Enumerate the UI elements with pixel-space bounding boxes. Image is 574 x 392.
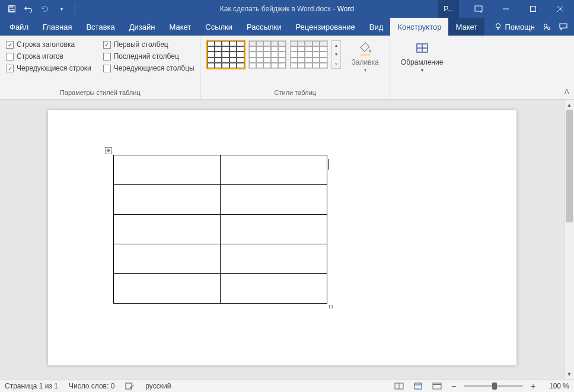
ribbon-display-options-button[interactable] xyxy=(465,0,492,18)
checkbox-icon xyxy=(6,41,14,49)
status-page[interactable]: Страница 1 из 1 xyxy=(5,382,58,390)
view-print-layout-button[interactable] xyxy=(412,381,425,391)
tab-mailings[interactable]: Рассылки xyxy=(240,18,288,36)
share-button[interactable] xyxy=(542,22,551,31)
comments-button[interactable] xyxy=(559,22,568,31)
scroll-track[interactable] xyxy=(565,110,574,369)
checkbox-icon xyxy=(103,53,111,60)
svg-rect-18 xyxy=(414,383,422,389)
tab-insert[interactable]: Вставка xyxy=(79,18,122,36)
table-style-gallery[interactable]: ▴▾▿ xyxy=(207,38,341,69)
tab-view[interactable]: Вид xyxy=(362,18,391,36)
chk-total-row[interactable]: Строка итогов xyxy=(6,52,91,60)
zoom-out-button[interactable]: − xyxy=(449,381,458,391)
chk-first-col[interactable]: Первый столбец xyxy=(103,40,194,49)
zoom-level[interactable]: 100 % xyxy=(543,382,569,390)
table-cell[interactable] xyxy=(220,155,327,185)
tell-me-button[interactable]: Помощн xyxy=(494,23,535,31)
svg-point-9 xyxy=(544,24,547,27)
ribbon-tabs-right: Помощн xyxy=(494,18,574,36)
scroll-thumb[interactable] xyxy=(566,110,573,222)
maximize-button[interactable] xyxy=(519,0,547,18)
quick-access-toolbar: ▾ xyxy=(0,3,78,15)
window-title: Как сделать бейджик в Word.docx - Word xyxy=(220,5,354,13)
text-caret xyxy=(328,159,329,170)
checkbox-icon xyxy=(6,65,14,72)
tab-references[interactable]: Ссылки xyxy=(198,18,240,36)
separator xyxy=(75,4,75,14)
table-style-thumb[interactable] xyxy=(290,40,328,69)
tab-table-design[interactable]: Конструктор xyxy=(390,18,448,36)
svg-rect-5 xyxy=(531,7,536,12)
checkbox-icon xyxy=(103,41,111,49)
table-cell[interactable] xyxy=(113,244,220,274)
chevron-down-icon: ▾ xyxy=(364,68,366,73)
tab-layout[interactable]: Макет xyxy=(162,18,198,36)
zoom-slider-knob[interactable] xyxy=(492,383,497,390)
account-button[interactable]: Р... xyxy=(438,0,459,18)
checkbox-icon xyxy=(103,65,111,72)
tab-review[interactable]: Рецензирование xyxy=(288,18,362,36)
status-spellcheck[interactable] xyxy=(125,382,135,390)
chk-header-row[interactable]: Строка заголовка xyxy=(6,40,91,49)
scroll-down-button[interactable]: ▼ xyxy=(565,369,574,379)
chk-banded-cols[interactable]: Чередующиеся столбцы xyxy=(103,64,194,72)
chk-banded-rows[interactable]: Чередующиеся строки xyxy=(6,64,91,72)
gallery-more-button[interactable]: ▴▾▿ xyxy=(331,40,341,69)
collapse-ribbon-button[interactable]: ᐱ xyxy=(565,88,569,95)
group-table-styles: ▴▾▿ Заливка ▾ Стили таблиц xyxy=(201,36,390,99)
svg-point-10 xyxy=(548,27,550,30)
title-bar: ▾ Как сделать бейджик в Word.docx - Word… xyxy=(0,0,574,18)
redo-button[interactable] xyxy=(39,3,51,15)
table-cell[interactable] xyxy=(220,274,327,304)
chk-last-col[interactable]: Последний столбец xyxy=(103,52,194,60)
table-style-thumb[interactable] xyxy=(248,40,286,69)
document-page[interactable]: ✥ xyxy=(48,110,516,365)
table-cell[interactable] xyxy=(113,215,220,244)
group-label: Параметры стилей таблиц xyxy=(6,89,194,98)
svg-rect-15 xyxy=(126,383,132,389)
tab-home[interactable]: Главная xyxy=(36,18,79,36)
document-scroll-area[interactable]: ✥ xyxy=(0,100,564,379)
checkbox-icon xyxy=(6,53,14,60)
scroll-up-button[interactable]: ▲ xyxy=(565,100,574,110)
table-cell[interactable] xyxy=(220,185,327,215)
table-cell[interactable] xyxy=(220,244,327,274)
table-style-thumb[interactable] xyxy=(207,40,245,69)
group-table-style-options: Строка заголовка Строка итогов Чередующи… xyxy=(0,36,201,99)
tab-design[interactable]: Дизайн xyxy=(122,18,162,36)
tab-table-layout[interactable]: Макет xyxy=(448,18,484,36)
ribbon-tabs: Файл Главная Вставка Дизайн Макет Ссылки… xyxy=(0,18,574,36)
shading-button[interactable]: Заливка ▾ xyxy=(347,38,384,73)
svg-point-8 xyxy=(496,24,500,28)
svg-rect-3 xyxy=(475,6,482,11)
tab-file[interactable]: Файл xyxy=(2,18,36,36)
group-borders: Обрамление ▾ xyxy=(390,36,454,99)
zoom-in-button[interactable]: + xyxy=(529,381,537,391)
borders-button[interactable]: Обрамление ▾ xyxy=(396,38,448,73)
zoom-slider[interactable] xyxy=(464,385,523,387)
table-resize-handle[interactable] xyxy=(329,305,333,308)
svg-rect-11 xyxy=(361,54,370,56)
close-button[interactable] xyxy=(547,0,574,18)
minimize-button[interactable] xyxy=(492,0,519,18)
table-move-handle-icon[interactable]: ✥ xyxy=(105,147,112,154)
qat-customize-button[interactable]: ▾ xyxy=(56,3,68,15)
svg-rect-20 xyxy=(433,383,441,389)
title-bar-right: Р... xyxy=(438,0,574,18)
status-word-count[interactable]: Число слов: 0 xyxy=(69,382,114,390)
table-cell[interactable] xyxy=(113,274,220,304)
view-read-mode-button[interactable] xyxy=(393,381,406,391)
undo-button[interactable] xyxy=(23,3,34,15)
document-table[interactable] xyxy=(113,155,327,304)
ribbon: Строка заголовка Строка итогов Чередующи… xyxy=(0,36,574,100)
document-title: Как сделать бейджик в Word.docx xyxy=(220,5,331,13)
table-cell[interactable] xyxy=(113,185,220,215)
save-button[interactable] xyxy=(6,3,18,15)
status-language[interactable]: русский xyxy=(145,382,171,390)
vertical-scrollbar[interactable]: ▲ ▼ xyxy=(564,100,574,379)
table-cell[interactable] xyxy=(113,155,220,185)
view-web-layout-button[interactable] xyxy=(430,381,444,391)
workspace: ✥ ▲ ▼ xyxy=(0,100,574,379)
table-cell[interactable] xyxy=(220,215,327,244)
